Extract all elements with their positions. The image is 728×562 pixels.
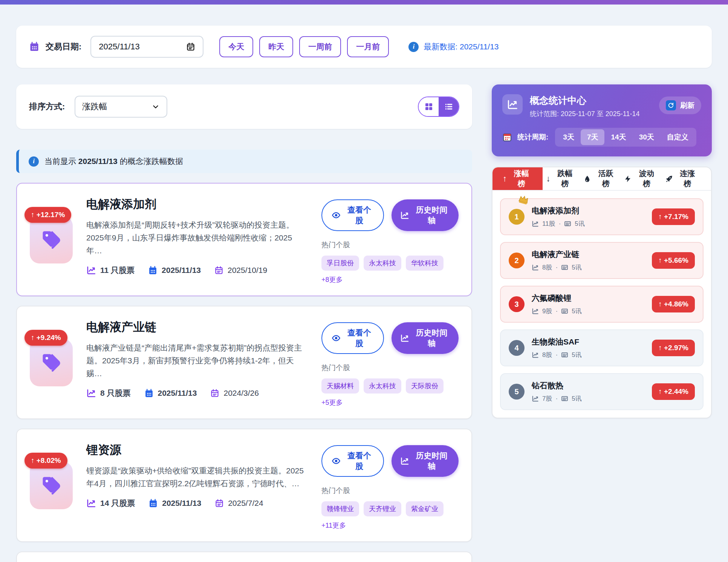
stock-tag[interactable]: 天际股份 [406,378,444,394]
calendar-icon [210,389,219,398]
banner-text: 当前显示 2025/11/13 的概念涨跌幅数据 [44,156,183,167]
rank-number-badge: 1 [509,209,525,225]
quick-today-button[interactable]: 今天 [219,36,253,57]
chart-line-icon [400,334,409,343]
dot-separator: · [555,351,558,359]
create-date: 2025/7/24 [215,499,263,508]
concept-icon-wrap: ↑ +12.17% [30,216,73,263]
more-stocks-link[interactable]: +8更多 [321,275,343,284]
period-30d-button[interactable]: 30天 [633,129,661,145]
refresh-button[interactable]: 刷新 [659,96,701,114]
rank-item[interactable]: 3 六氟磷酸锂 9股 · 5讯 ↑ +4.86% [500,286,704,323]
view-stocks-button[interactable]: 查看个股 [321,445,384,477]
calendar-icon [148,499,158,508]
history-timeline-button[interactable]: 历史时间轴 [392,445,459,477]
info-icon: i [408,42,419,52]
mini-calendar-icon [502,132,512,142]
banner-date: 2025/11/13 [78,157,118,165]
rank-item[interactable]: 1 电解液添加剂 11股 · 5讯 ↑ +7.17% [500,198,704,235]
concept-stats-panel: 概念统计中心 统计范围: 2025-11-07 至 2025-11-14 刷新 … [492,84,712,156]
eye-icon [332,456,341,466]
rank-item[interactable]: 5 钻石散热 7股 · 5讯 ↑ +2.44% [500,373,704,410]
tab-losers[interactable]: ↓ 跌幅榜 [543,167,580,190]
chart-line-icon [400,456,409,466]
period-7d-button[interactable]: 7天 [581,129,605,145]
crown-icon [517,192,531,206]
more-stocks-link[interactable]: +5更多 [321,398,343,407]
rank-news-count: 5讯 [572,351,581,359]
hot-stocks-label: 热门个股 [321,240,459,250]
history-timeline-button[interactable]: 历史时间轴 [392,199,459,231]
period-custom-button[interactable]: 自定义 [661,129,695,145]
droplet-icon [583,175,591,183]
calendar-picker-icon[interactable] [186,42,195,51]
rank-concept-name: 生物柴油SAF [532,337,582,347]
view-stocks-button[interactable]: 查看个股 [321,199,384,231]
concept-icon-wrap: ↑ +8.02% [30,462,73,509]
view-stocks-button[interactable]: 查看个股 [321,322,384,354]
chart-line-icon [86,265,96,275]
date-filter-card: 交易日期: 2025/11/13 今天 昨天 一周前 一月前 i 最新数据: 2… [16,26,712,68]
change-badge: ↑ +8.02% [24,453,67,469]
rank-item[interactable]: 4 生物柴油SAF 8股 · 5讯 ↑ +2.97% [500,329,704,366]
chart-line-icon [532,264,539,271]
stock-tag[interactable]: 天赐材料 [321,378,359,394]
tab-volatility[interactable]: 波动榜 [620,167,661,190]
chart-line-icon [86,388,96,398]
quick-week-ago-button[interactable]: 一周前 [299,36,341,57]
rank-item[interactable]: 2 电解液产业链 8股 · 5讯 ↑ +5.66% [500,242,704,279]
stock-tag[interactable]: 华软科技 [406,256,444,271]
change-badge: ↑ +9.24% [24,330,67,346]
rank-number-badge: 4 [509,340,525,356]
dot-separator: · [555,308,558,315]
date-input[interactable]: 2025/11/13 [90,36,203,58]
list-view-button[interactable] [439,97,459,116]
stock-tag[interactable]: 永太科技 [364,256,401,271]
latest-data-text: 最新数据: 2025/11/13 [424,41,499,52]
stock-tag[interactable]: 赣锋锂业 [321,501,359,516]
lightning-icon [624,175,632,183]
date-input-value: 2025/11/13 [99,42,139,52]
rank-change-badge: ↑ +2.97% [652,340,695,356]
rank-news-count: 5讯 [572,394,581,403]
sort-select[interactable]: 涨跌幅 [75,96,167,118]
rocket-icon [665,175,673,183]
latest-data-info: i 最新数据: 2025/11/13 [408,41,499,52]
create-date: 2024/3/26 [210,389,258,398]
rank-concept-name: 电解液产业链 [532,249,582,260]
stock-tag[interactable]: 永太科技 [364,378,401,394]
tab-active[interactable]: 活跃榜 [580,167,620,190]
tab-gainers[interactable]: ↑ 涨幅榜 [492,167,543,190]
current-view-banner: i 当前显示 2025/11/13 的概念涨跌幅数据 [16,150,472,173]
grid-view-button[interactable] [419,97,439,116]
rank-concept-name: 六氟磷酸锂 [532,293,582,303]
news-icon [561,264,568,271]
dot-separator: · [559,220,561,228]
quick-yesterday-button[interactable]: 昨天 [259,36,293,57]
rank-stock-count: 11股 [542,219,555,228]
history-timeline-button[interactable]: 历史时间轴 [392,322,459,354]
hot-stocks-label: 热门个股 [321,486,459,496]
stock-count: 11 只股票 [86,265,135,276]
change-badge: ↑ +12.17% [24,207,71,223]
more-stocks-link[interactable]: +11更多 [321,521,346,530]
panel-range: 统计范围: 2025-11-07 至 2025-11-14 [530,109,639,118]
rank-news-count: 5讯 [572,307,581,315]
stock-tag[interactable]: 紫金矿业 [406,501,444,516]
concept-description: 锂资源是“政策驱动+供给收缩”双重逻辑共振的投资主题。2025年4月，四川雅江官… [86,464,308,490]
stock-tag[interactable]: 孚日股份 [321,256,359,271]
chart-line-icon [532,395,539,402]
news-icon [564,220,571,227]
info-icon: i [29,156,39,167]
period-pills: 3天 7天 14天 30天 自定义 [555,128,696,147]
period-3d-button[interactable]: 3天 [557,129,581,145]
quick-month-ago-button[interactable]: 一月前 [347,36,389,57]
calendar-icon [215,499,224,508]
ranking-tabs: ↑ 涨幅榜 ↓ 跌幅榜 活跃榜 波动榜 [492,167,711,191]
tab-streak[interactable]: 连涨榜 [661,167,702,190]
eye-icon [332,334,341,343]
period-14d-button[interactable]: 14天 [604,129,632,145]
ranking-card: ↑ 涨幅榜 ↓ 跌幅榜 活跃榜 波动榜 [492,167,712,418]
concept-title: 锂资源 [86,442,308,458]
stock-tag[interactable]: 天齐锂业 [364,501,401,516]
